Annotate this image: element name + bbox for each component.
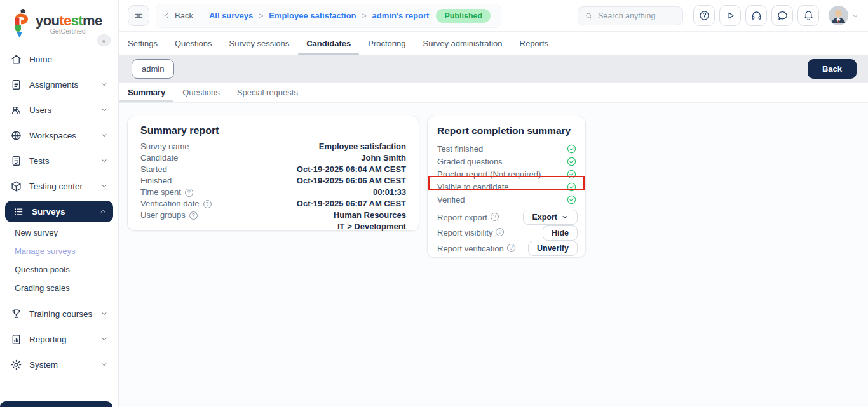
global-search[interactable]: [578, 6, 683, 25]
check-row-visible-to-candidate: Visible to candidate: [428, 181, 585, 194]
sidebar: youtestme GetCertified « Home Assignment…: [0, 0, 119, 407]
question-circle-icon: [698, 10, 710, 22]
chat-button[interactable]: [771, 5, 793, 26]
hide-button[interactable]: Hide: [543, 225, 578, 241]
chevron-down-icon: [561, 213, 569, 221]
gear-icon: [10, 359, 22, 371]
export-button[interactable]: Export: [523, 210, 578, 225]
unverify-button[interactable]: Unverify: [528, 241, 578, 256]
summary-row-finished: Finished Oct-19-2025 06:06 AM CEST: [140, 175, 406, 187]
breadcrumb: Back All surveys > Employee satisfaction…: [156, 4, 501, 28]
notifications-button[interactable]: [797, 5, 819, 26]
breadcrumb-link-report[interactable]: admin's report: [372, 11, 430, 20]
report-subtabs: Summary Questions Special requests: [119, 83, 868, 103]
chevron-down-icon: [851, 12, 859, 20]
sidebar-item-surveys[interactable]: Surveys: [5, 201, 113, 222]
back-button[interactable]: Back: [808, 59, 857, 79]
check-circle-icon: [566, 194, 577, 205]
tab-candidates[interactable]: Candidates: [306, 32, 351, 55]
tab-survey-administration[interactable]: Survey administration: [423, 32, 503, 55]
info-icon[interactable]: ?: [203, 200, 212, 208]
info-icon[interactable]: ?: [189, 211, 198, 220]
info-icon[interactable]: ?: [491, 213, 499, 221]
support-button[interactable]: [745, 5, 767, 26]
sidebar-nav: Home Assignments Users Workspaces Tests: [0, 46, 118, 377]
brand-logo: youtestme GetCertified «: [0, 0, 118, 37]
info-icon[interactable]: ?: [507, 244, 515, 252]
breadcrumb-link-survey[interactable]: Employee satisfaction: [269, 11, 356, 20]
survey-tabs: Settings Questions Survey sessions Candi…: [119, 32, 868, 55]
users-icon: [10, 104, 22, 116]
box-icon: [10, 180, 22, 192]
chevron-down-icon: [100, 182, 108, 190]
action-row-report-visibility: Report visibility? Hide: [428, 225, 585, 241]
breadcrumb-link-all-surveys[interactable]: All surveys: [209, 11, 253, 20]
subtab-summary[interactable]: Summary: [128, 83, 165, 102]
sidebar-collapse-button[interactable]: «: [97, 34, 111, 46]
tab-questions[interactable]: Questions: [175, 32, 212, 55]
tests-icon: [10, 155, 22, 167]
check-row-graded-questions: Graded questions: [428, 155, 585, 168]
chevron-down-icon: [100, 335, 108, 343]
action-row-report-export: Report export? Export: [428, 210, 585, 225]
chevron-up-icon: [99, 208, 107, 215]
search-icon: [585, 11, 593, 20]
home-icon: [10, 53, 22, 65]
search-input[interactable]: [598, 11, 673, 20]
chevron-left-icon: [163, 11, 171, 20]
sidebar-subitem-manage-surveys[interactable]: Manage surveys: [0, 242, 118, 260]
sidebar-item-home[interactable]: Home: [0, 46, 118, 72]
sidebar-item-system[interactable]: System: [0, 352, 118, 377]
chat-bubble-icon: [776, 10, 789, 22]
sidebar-item-users[interactable]: Users: [0, 97, 118, 123]
summary-row-time-spent: Time spent? 00:01:33: [140, 187, 406, 198]
sidebar-item-workspaces[interactable]: Workspaces: [0, 123, 118, 148]
sidebar-item-reporting[interactable]: Reporting: [0, 326, 118, 352]
user-menu[interactable]: [829, 6, 859, 25]
subtab-questions[interactable]: Questions: [182, 83, 220, 102]
check-circle-icon: [566, 169, 577, 180]
chevron-down-icon: [100, 361, 108, 368]
sidebar-item-training-courses[interactable]: Training courses: [0, 301, 118, 326]
summary-row-survey-name: Survey name Employee satisfaction: [140, 141, 406, 152]
check-row-proctor-report: Proctor report (Not required): [428, 168, 585, 180]
sidebar-item-testing-center[interactable]: Testing center: [0, 173, 118, 199]
play-icon: [724, 10, 736, 22]
menu-button[interactable]: [128, 5, 149, 26]
report-completion-title: Report completion summary: [428, 116, 585, 142]
sidebar-subitem-new-survey[interactable]: New survey: [0, 224, 118, 242]
avatar: [829, 6, 848, 25]
bell-icon: [803, 10, 815, 22]
tutorials-button[interactable]: [719, 5, 741, 26]
sidebar-item-assignments[interactable]: Assignments: [0, 72, 118, 97]
headphones-icon: [750, 10, 763, 22]
breadcrumb-divider: [201, 10, 201, 21]
info-icon[interactable]: ?: [496, 228, 504, 236]
sidebar-subitem-grading-scales[interactable]: Grading scales: [0, 279, 118, 297]
check-circle-icon: [566, 182, 577, 192]
summary-row-user-groups: User groups? Human ResourcesIT > Develop…: [140, 210, 406, 232]
sidebar-item-tests[interactable]: Tests: [0, 148, 118, 173]
check-circle-icon: [566, 143, 577, 154]
report-completion-card: Report completion summary Test finished …: [427, 116, 586, 258]
check-row-test-finished: Test finished: [428, 142, 585, 155]
tab-reports[interactable]: Reports: [520, 32, 549, 55]
summary-row-started: Started Oct-19-2025 06:04 AM CEST: [140, 164, 406, 175]
tab-proctoring[interactable]: Proctoring: [368, 32, 405, 55]
check-row-verified: Verified: [428, 194, 585, 206]
list-icon: [13, 206, 25, 218]
sidebar-subitem-question-pools[interactable]: Question pools: [0, 260, 118, 279]
summary-row-verification-date: Verification date? Oct-19-2025 06:07 AM …: [140, 198, 406, 210]
sidebar-pinned-element[interactable]: [0, 401, 112, 407]
candidate-chip-admin[interactable]: admin: [132, 59, 174, 79]
breadcrumb-separator: >: [362, 11, 367, 20]
tab-settings[interactable]: Settings: [128, 32, 158, 55]
tab-survey-sessions[interactable]: Survey sessions: [229, 32, 290, 55]
subtab-special-requests[interactable]: Special requests: [237, 83, 298, 102]
status-badge-published: Published: [436, 9, 491, 23]
report-chart-icon: [10, 333, 22, 345]
info-icon[interactable]: ?: [185, 189, 193, 197]
help-button[interactable]: [693, 5, 715, 26]
action-row-report-verification: Report verification? Unverify: [428, 241, 585, 257]
breadcrumb-back-button[interactable]: Back: [163, 11, 193, 20]
